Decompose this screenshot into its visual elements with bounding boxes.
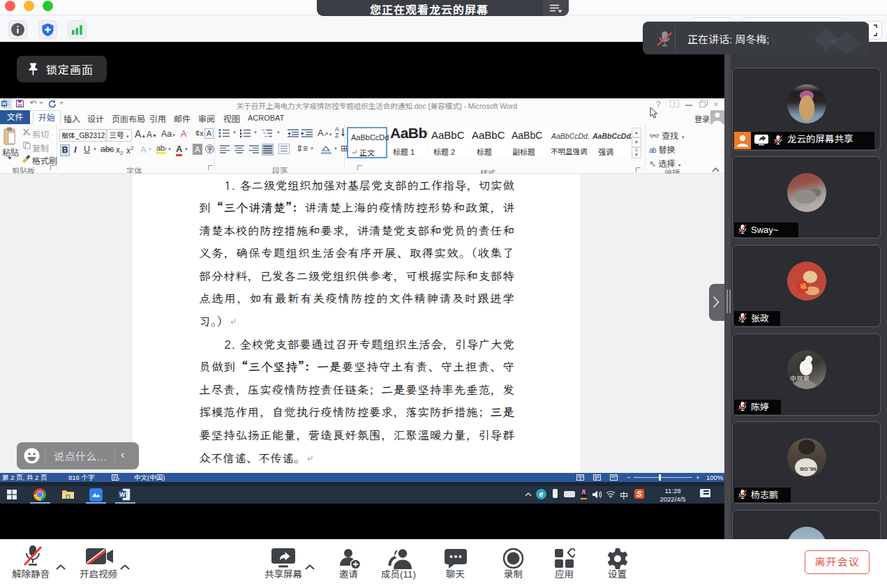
svg-text:W: W: [119, 491, 126, 498]
svg-text:W: W: [2, 101, 7, 106]
